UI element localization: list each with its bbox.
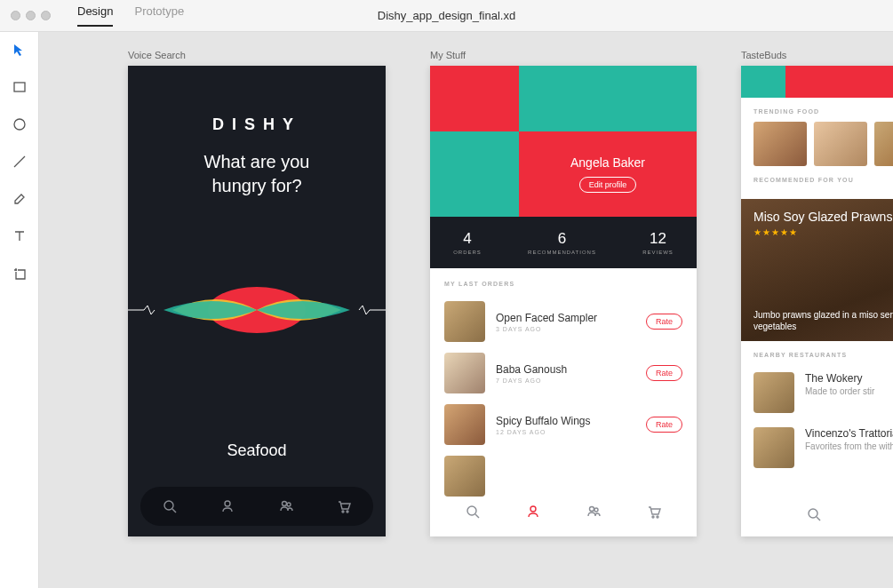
tab-design[interactable]: Design <box>77 4 113 27</box>
line-tool[interactable] <box>11 153 28 171</box>
restaurant-row[interactable]: Vincenzo's TrattoriaFavorites from the w… <box>741 420 893 475</box>
pen-tool[interactable] <box>11 190 28 208</box>
group-icon[interactable] <box>586 505 601 519</box>
svg-point-1 <box>14 119 25 130</box>
artboard-tastebuds[interactable]: TasteBuds TRENDING FOOD RECOMMENDED FOR … <box>741 66 893 536</box>
resto-name: Vincenzo's Trattoria <box>805 427 893 440</box>
order-row[interactable]: Baba Ganoush7 DAYS AGORate <box>430 347 697 399</box>
stat-value: 6 <box>528 230 596 248</box>
svg-rect-0 <box>14 83 25 91</box>
text-tool[interactable] <box>11 227 28 245</box>
artboard-label[interactable]: Voice Search <box>128 50 386 60</box>
restaurant-row[interactable]: The WokeryMade to order stir <box>741 365 893 420</box>
trending-row <box>741 122 893 166</box>
stat-orders[interactable]: 4ORDERS <box>453 230 482 255</box>
artboard-label[interactable]: TasteBuds <box>741 50 893 60</box>
traffic-max[interactable] <box>41 11 51 20</box>
profile-icon[interactable] <box>220 499 235 513</box>
window-controls[interactable] <box>11 11 51 20</box>
svg-point-6 <box>225 501 230 506</box>
prompt-line1: What are you <box>204 152 310 171</box>
svg-point-9 <box>342 511 344 513</box>
hero-title: Miso Soy Glazed Prawns <box>753 210 893 224</box>
resto-thumb <box>753 427 794 468</box>
edit-profile-button[interactable]: Edit profile <box>579 177 637 193</box>
search-icon[interactable] <box>807 507 821 521</box>
profile-icon[interactable] <box>526 505 540 519</box>
trending-thumb[interactable] <box>753 122 807 166</box>
artboard-my-stuff-wrap[interactable]: My Stuff Angela Baker Edit profile 4ORDE… <box>430 50 697 536</box>
order-thumb <box>444 301 485 342</box>
resto-desc: Favorites from the with a modern twist <box>805 441 893 451</box>
svg-point-14 <box>590 507 594 512</box>
svg-point-17 <box>657 516 658 518</box>
traffic-close[interactable] <box>11 11 20 20</box>
group-icon[interactable] <box>279 499 293 513</box>
voice-prompt: What are you hungry for? <box>128 150 386 198</box>
order-thumb <box>444 456 485 497</box>
resto-desc: Made to order stir <box>805 386 874 396</box>
order-time: 7 DAYS AGO <box>496 377 635 384</box>
hero-desc: Jumbo prawns glazed in a miso served wit… <box>753 309 893 332</box>
header-bar: TasteBuds <box>741 66 893 98</box>
trending-thumb[interactable] <box>814 122 867 166</box>
order-thumb <box>444 353 485 393</box>
svg-point-13 <box>530 506 536 512</box>
svg-point-15 <box>594 508 598 512</box>
header-accent <box>741 66 785 98</box>
tab-prototype[interactable]: Prototype <box>134 4 184 27</box>
select-tool[interactable] <box>11 41 28 59</box>
stat-label: REVIEWS <box>642 250 674 255</box>
section-recommended: RECOMMENDED FOR YOU <box>741 166 893 190</box>
recommended-hero[interactable]: Miso Soy Glazed Prawns ★★★★★ Jumbo prawn… <box>741 199 893 341</box>
artboard-my-stuff[interactable]: Angela Baker Edit profile 4ORDERS 6RECOM… <box>430 66 697 536</box>
cart-icon[interactable] <box>337 499 351 513</box>
artboard-label[interactable]: My Stuff <box>430 50 697 60</box>
document-filename: Dishy_app_design_final.xd <box>378 9 515 22</box>
svg-point-11 <box>467 506 476 515</box>
bottom-nav <box>753 497 893 531</box>
traffic-min[interactable] <box>26 11 36 20</box>
trending-thumb[interactable] <box>874 122 893 166</box>
profile-header-tiles: Angela Baker Edit profile <box>430 66 697 217</box>
stat-label: RECOMMENDATIONS <box>528 250 596 255</box>
svg-point-10 <box>347 511 348 513</box>
prompt-line2: hungry for? <box>211 176 301 195</box>
svg-point-4 <box>164 501 173 510</box>
order-time: 12 DAYS AGO <box>496 429 635 435</box>
order-name: Baba Ganoush <box>496 363 635 376</box>
svg-line-5 <box>172 509 176 513</box>
section-nearby: NEARBY RESTAURANTS <box>741 341 893 365</box>
rate-button[interactable]: Rate <box>646 314 682 330</box>
order-name: Open Faced Sampler <box>496 312 635 324</box>
cart-icon[interactable] <box>647 505 661 519</box>
profile-username: Angela Baker <box>570 155 645 170</box>
design-canvas[interactable]: Voice Search DISHY What are you hungry f… <box>39 32 893 588</box>
svg-point-18 <box>809 509 817 518</box>
svg-line-12 <box>475 514 479 518</box>
section-last-orders: MY LAST ORDERS <box>430 268 697 296</box>
order-row[interactable]: Open Faced Sampler3 DAYS AGORate <box>430 296 697 347</box>
tools-panel <box>0 32 39 588</box>
stat-recommendations[interactable]: 6RECOMMENDATIONS <box>528 230 596 255</box>
ellipse-tool[interactable] <box>11 115 28 133</box>
hero-rating: ★★★★★ <box>753 227 893 237</box>
artboard-tool[interactable] <box>11 265 28 282</box>
order-time: 3 DAYS AGO <box>496 326 635 332</box>
artboard-voice-search[interactable]: DISHY What are you hungry for? Seafood <box>128 66 386 536</box>
artboard-voice-search-wrap[interactable]: Voice Search DISHY What are you hungry f… <box>128 50 386 536</box>
app-topbar: Design Prototype Dishy_app_design_final.… <box>0 0 893 32</box>
svg-line-19 <box>817 517 820 520</box>
stat-reviews[interactable]: 12REVIEWS <box>642 230 674 255</box>
rate-button[interactable]: Rate <box>646 365 682 381</box>
bottom-nav <box>140 487 373 526</box>
search-icon[interactable] <box>466 505 480 519</box>
rate-button[interactable]: Rate <box>646 417 682 433</box>
voice-result: Seafood <box>128 441 386 460</box>
rectangle-tool[interactable] <box>11 78 28 96</box>
order-row[interactable]: Spicy Buffalo Wings12 DAYS AGORate <box>430 399 697 450</box>
artboard-tastebuds-wrap[interactable]: TasteBuds TasteBuds TRENDING FOOD RECOMM… <box>741 50 893 536</box>
profile-stats: 4ORDERS 6RECOMMENDATIONS 12REVIEWS <box>430 217 697 268</box>
svg-point-16 <box>652 516 654 518</box>
search-icon[interactable] <box>163 499 177 513</box>
